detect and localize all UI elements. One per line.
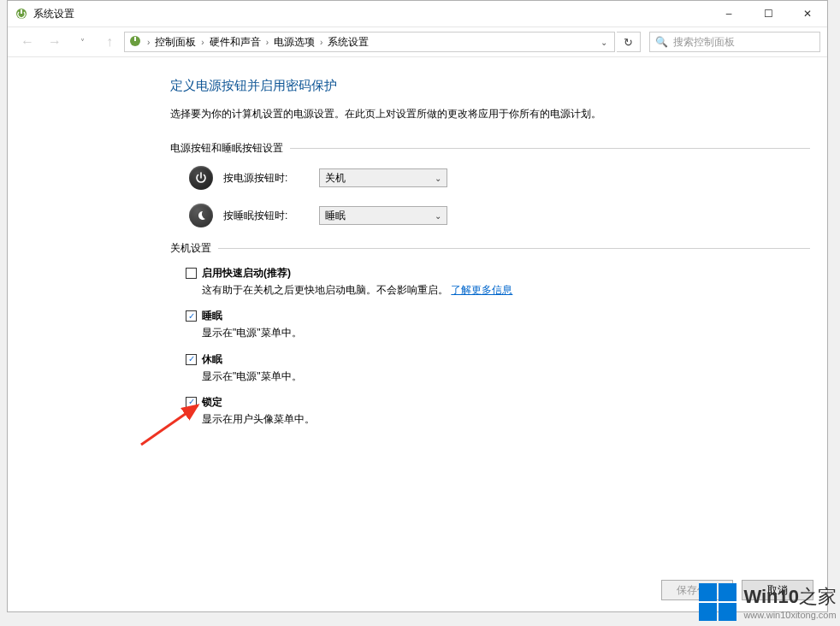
svg-rect-3 [134,37,136,41]
option-label: 启用快速启动(推荐) [202,266,291,281]
search-box[interactable]: 🔍 [649,32,820,52]
breadcrumb-item[interactable]: 硬件和声音 [210,35,261,50]
save-button[interactable]: 保存修改 [661,580,733,600]
address-dropdown-icon[interactable]: ⌄ [597,38,611,47]
checkbox-sleep[interactable]: ✓ [186,310,197,322]
sleep-button-label: 按睡眠按钮时: [223,209,309,223]
forward-button[interactable]: → [42,30,68,54]
search-icon: 🔍 [655,36,668,48]
chevron-right-icon: › [266,38,269,47]
group-power-sleep-buttons: 电源按钮和睡眠按钮设置 [170,141,810,156]
power-options-icon [128,34,142,50]
power-icon [189,166,213,190]
back-button[interactable]: ← [15,30,40,54]
option-description: 这有助于在关机之后更快地启动电脑。不会影响重启。 了解更多信息 [202,282,810,298]
breadcrumb-item[interactable]: 电源选项 [274,35,315,50]
address-bar[interactable]: › 控制面板 › 硬件和声音 › 电源选项 › 系统设置 ⌄ [124,32,615,52]
sleep-button-combo[interactable]: 睡眠 ⌄ [319,206,447,225]
group-shutdown-settings: 关机设置 [170,241,810,256]
option-description: 显示在"电源"菜单中。 [202,369,810,385]
option-fast-startup: 启用快速启动(推荐) 这有助于在关机之后更快地启动电脑。不会影响重启。 了解更多… [186,266,810,298]
option-description: 显示在用户头像菜单中。 [202,411,810,428]
breadcrumb-item[interactable]: 控制面板 [155,35,196,50]
power-button-row: 按电源按钮时: 关机 ⌄ [189,166,810,190]
chevron-right-icon: › [320,38,322,47]
chevron-down-icon: ⌄ [435,174,441,183]
bottom-button-bar: 保存修改 取消 [8,569,827,611]
option-label: 锁定 [202,395,222,410]
window-title: 系统设置 [33,7,74,21]
content-area: 定义电源按钮并启用密码保护 选择要为你的计算机设置的电源设置。在此页上对设置所做… [8,57,827,569]
option-sleep: ✓ 睡眠 显示在"电源"菜单中。 [186,309,810,341]
maximize-button[interactable]: ☐ [748,1,788,27]
option-lock: ✓ 锁定 显示在用户头像菜单中。 [186,395,810,428]
search-input[interactable] [673,36,814,48]
checkbox-fast-startup[interactable] [186,268,197,279]
option-hibernate: ✓ 休眠 显示在"电源"菜单中。 [186,352,810,385]
system-settings-window: 系统设置 – ☐ ✕ ← → ˅ ↑ › 控制面板 › 硬件和声音 › 电源选项… [7,0,828,612]
option-description: 显示在"电源"菜单中。 [202,325,810,341]
minimize-button[interactable]: – [709,1,748,27]
recent-locations-button[interactable]: ˅ [69,30,95,54]
sleep-button-row: 按睡眠按钮时: 睡眠 ⌄ [189,204,810,227]
option-label: 睡眠 [202,309,222,323]
chevron-right-icon: › [201,38,204,47]
svg-rect-1 [21,9,22,14]
power-options-icon [15,7,28,21]
learn-more-link[interactable]: 了解更多信息 [451,284,512,296]
cancel-button[interactable]: 取消 [742,580,813,600]
chevron-down-icon: ⌄ [435,211,441,221]
checkbox-hibernate[interactable]: ✓ [186,354,197,365]
power-button-label: 按电源按钮时: [223,171,309,186]
checkbox-lock[interactable]: ✓ [186,397,197,408]
power-button-combo[interactable]: 关机 ⌄ [319,168,447,187]
page-heading: 定义电源按钮并启用密码保护 [170,78,810,94]
toolbar: ← → ˅ ↑ › 控制面板 › 硬件和声音 › 电源选项 › 系统设置 ⌄ ↻… [8,27,827,57]
sleep-icon [189,204,213,227]
close-button[interactable]: ✕ [788,1,827,27]
page-description: 选择要为你的计算机设置的电源设置。在此页上对设置所做的更改将应用于你所有的电源计… [170,106,810,122]
chevron-right-icon: › [147,38,150,47]
breadcrumb-item[interactable]: 系统设置 [328,35,369,50]
option-label: 休眠 [202,352,222,367]
titlebar: 系统设置 – ☐ ✕ [8,1,827,27]
refresh-button[interactable]: ↻ [617,32,641,52]
up-button[interactable]: ↑ [97,30,122,54]
